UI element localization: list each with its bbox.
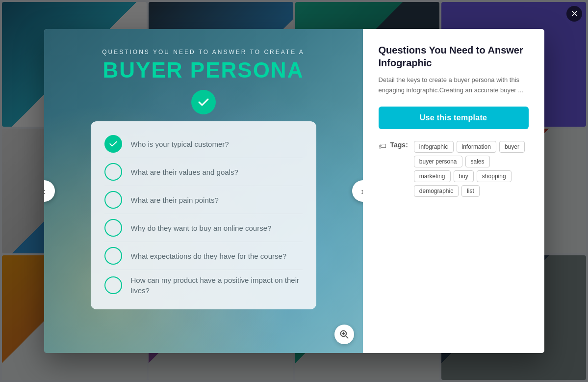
check-circle <box>104 276 122 294</box>
tags-container: infographicinformationbuyerbuyer persona… <box>414 141 529 197</box>
modal-preview-panel: Questions you need to answer to create a… <box>44 29 363 353</box>
tag-item[interactable]: marketing <box>414 170 451 182</box>
tag-item[interactable]: shopping <box>477 170 511 182</box>
tag-item[interactable]: buyer <box>499 141 525 153</box>
checklist-text: What expectations do they have for the c… <box>131 251 287 261</box>
tags-label: Tags: <box>390 141 408 149</box>
tag-item[interactable]: demographic <box>414 185 459 197</box>
checklist-item: Who is your typical customer? <box>104 130 303 158</box>
tag-item[interactable]: sales <box>465 156 490 167</box>
modal-info-panel: Questions You Need to Answer Infographic… <box>363 29 544 353</box>
checklist-text: How can my product have a positive impac… <box>131 275 303 296</box>
template-title: Questions You Need to Answer Infographic <box>379 44 529 69</box>
infographic-subtitle: Questions you need to answer to create a <box>102 49 305 55</box>
tag-item[interactable]: information <box>457 141 496 153</box>
check-circle <box>104 247 122 265</box>
check-circle <box>104 163 122 181</box>
infographic-background: Questions you need to answer to create a… <box>44 29 363 353</box>
tag-item[interactable]: infographic <box>414 141 454 153</box>
checklist-text: Why do they want to buy an online course… <box>131 223 272 233</box>
checklist-text: Who is your typical customer? <box>131 139 229 149</box>
zoom-icon <box>339 329 349 339</box>
tags-section: 🏷 Tags: infographicinformationbuyerbuyer… <box>379 141 529 197</box>
top-check-circle <box>191 90 216 114</box>
checklist-item: Why do they want to buy an online course… <box>104 214 303 242</box>
infographic-header: Questions you need to answer to create a… <box>102 49 305 82</box>
zoom-button[interactable] <box>334 325 354 344</box>
check-circle <box>104 135 122 153</box>
checklist-text: What are their values and goals? <box>131 167 238 177</box>
template-modal: Questions you need to answer to create a… <box>44 29 544 353</box>
check-circle <box>104 219 122 237</box>
tag-item[interactable]: list <box>461 185 480 197</box>
tag-icon: 🏷 <box>379 142 386 151</box>
svg-line-1 <box>345 336 348 338</box>
checklist-item: What expectations do they have for the c… <box>104 242 303 270</box>
checklist-item: How can my product have a positive impac… <box>104 270 303 300</box>
template-description: Detail the keys to create a buyer person… <box>379 75 529 96</box>
next-arrow-icon: › <box>361 186 362 197</box>
tag-item[interactable]: buyer persona <box>414 156 462 167</box>
check-circle <box>104 191 122 209</box>
checklist-text: What are their pain points? <box>131 195 219 205</box>
checklist-card: Who is your typical customer?What are th… <box>91 121 316 309</box>
close-icon: ✕ <box>571 8 578 19</box>
checklist-item: What are their values and goals? <box>104 158 303 186</box>
checkmark-icon <box>197 95 210 109</box>
tag-item[interactable]: buy <box>454 170 474 182</box>
close-button[interactable]: ✕ <box>566 6 582 22</box>
prev-arrow-icon: ‹ <box>44 186 46 197</box>
use-template-button[interactable]: Use this template <box>379 107 529 129</box>
checklist-item: What are their pain points? <box>104 186 303 214</box>
infographic-title: BUYER PERSONA <box>102 58 305 82</box>
